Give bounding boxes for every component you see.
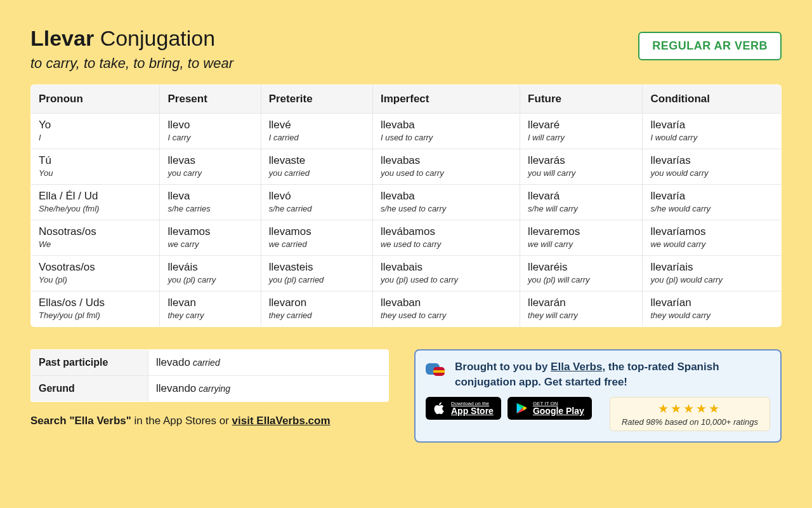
conjugation-cell: llevaríanthey would carry (643, 291, 782, 326)
table-row: YoIllevoI carryllevéI carriedllevabaI us… (31, 113, 782, 149)
pronoun-cell: TúYou (31, 149, 160, 184)
conjugation-cell: llevarías/he would carry (643, 184, 782, 220)
rating-text: Rated 98% based on 10,000+ ratings (622, 417, 758, 427)
conjugation-cell: llevaránthey will carry (520, 291, 643, 326)
conjugation-cell: llevasteyou carried (261, 149, 372, 184)
column-header: Pronoun (31, 84, 160, 113)
column-header: Imperfect (372, 84, 520, 113)
conjugation-cell: llevoI carry (160, 113, 261, 149)
title-suffix: Conjugation (100, 26, 215, 50)
conjugation-cell: llevabanthey used to carry (372, 291, 520, 326)
conjugation-cell: llevéI carried (261, 113, 372, 149)
conjugation-cell: llevaríaisyou (pl) would carry (643, 255, 782, 291)
conjugation-cell: llevarás/he will carry (520, 184, 643, 220)
forms-table: Past participle llevadocarried Gerund ll… (30, 349, 389, 402)
pronoun-cell: Nosotras/osWe (31, 220, 160, 255)
conjugation-cell: llevaríaI would carry (643, 113, 782, 149)
conjugation-cell: llevaríamoswe would carry (643, 220, 782, 255)
column-header: Present (160, 84, 261, 113)
conjugation-cell: llevábamoswe used to carry (372, 220, 520, 255)
left-column: Past participle llevadocarried Gerund ll… (30, 349, 389, 427)
table-row: Ella / Él / UdShe/he/you (fml)llevas/he … (31, 184, 782, 220)
star-icons: ★★★★★ (622, 401, 758, 416)
conjugation-cell: llevasteisyou (pl) carried (261, 255, 372, 291)
column-header: Future (520, 84, 643, 113)
conjugation-cell: llevaronthey carried (261, 291, 372, 326)
column-header: Preterite (261, 84, 372, 113)
conjugation-cell: llevarásyou will carry (520, 149, 643, 184)
conjugation-table: PronounPresentPreteriteImperfectFutureCo… (30, 84, 782, 327)
search-text: Search "Ella Verbs" in the App Stores or… (30, 415, 389, 427)
conjugation-cell: llevamoswe carried (261, 220, 372, 255)
conjugation-cell: llevabas/he used to carry (372, 184, 520, 220)
table-row: Vosotras/osYou (pl)lleváisyou (pl) carry… (31, 255, 782, 291)
pronoun-cell: Ella / Él / UdShe/he/you (fml) (31, 184, 160, 220)
rating-box: ★★★★★ Rated 98% based on 10,000+ ratings (610, 397, 770, 431)
verb-type-badge: REGULAR AR VERB (638, 32, 782, 60)
apple-icon (433, 402, 446, 415)
table-row: Ellas/os / UdsThey/you (pl fml)llevanthe… (31, 291, 782, 326)
pronoun-cell: Vosotras/osYou (pl) (31, 255, 160, 291)
conjugation-cell: llevanthey carry (160, 291, 261, 326)
page-title: Llevar Conjugation (30, 25, 233, 51)
ella-verbs-link[interactable]: Ella Verbs (551, 361, 602, 373)
conjugation-cell: llevabaisyou (pl) used to carry (372, 255, 520, 291)
gerund-value: llevandocarrying (148, 375, 389, 401)
table-row: TúYoullevasyou carryllevasteyou carriedl… (31, 149, 782, 184)
past-participle-label: Past participle (31, 349, 148, 375)
conjugation-cell: llevabaI used to carry (372, 113, 520, 149)
conjugation-cell: llevas/he carries (160, 184, 261, 220)
header: Llevar Conjugation to carry, to take, to… (30, 25, 782, 72)
conjugation-cell: llevasyou carry (160, 149, 261, 184)
chat-bubbles-icon (426, 359, 447, 381)
promo-text: Brought to you by Ella Verbs, the top-ra… (455, 359, 770, 390)
past-participle-value: llevadocarried (148, 349, 389, 375)
visit-link[interactable]: visit EllaVerbs.com (232, 415, 331, 427)
conjugation-cell: llevaréisyou (pl) will carry (520, 255, 643, 291)
google-play-button[interactable]: GET IT ONGoogle Play (508, 397, 592, 420)
title-block: Llevar Conjugation to carry, to take, to… (30, 25, 233, 72)
promo-box: Brought to you by Ella Verbs, the top-ra… (414, 349, 782, 443)
pronoun-cell: Ellas/os / UdsThey/you (pl fml) (31, 291, 160, 326)
column-header: Conditional (643, 84, 782, 113)
conjugation-cell: llevaríasyou would carry (643, 149, 782, 184)
conjugation-cell: llevaréI will carry (520, 113, 643, 149)
google-play-icon (515, 402, 528, 415)
conjugation-cell: llevamoswe carry (160, 220, 261, 255)
pronoun-cell: YoI (31, 113, 160, 149)
bottom-section: Past participle llevadocarried Gerund ll… (30, 349, 782, 443)
table-row: Nosotras/osWellevamoswe carryllevamoswe … (31, 220, 782, 255)
conjugation-cell: lleváisyou (pl) carry (160, 255, 261, 291)
gerund-label: Gerund (31, 375, 148, 401)
conjugation-cell: llevós/he carried (261, 184, 372, 220)
conjugation-cell: llevabasyou used to carry (372, 149, 520, 184)
verb-name: Llevar (30, 26, 94, 50)
verb-meaning: to carry, to take, to bring, to wear (30, 55, 233, 72)
app-store-button[interactable]: Download on theApp Store (426, 397, 501, 420)
conjugation-cell: llevaremoswe will carry (520, 220, 643, 255)
